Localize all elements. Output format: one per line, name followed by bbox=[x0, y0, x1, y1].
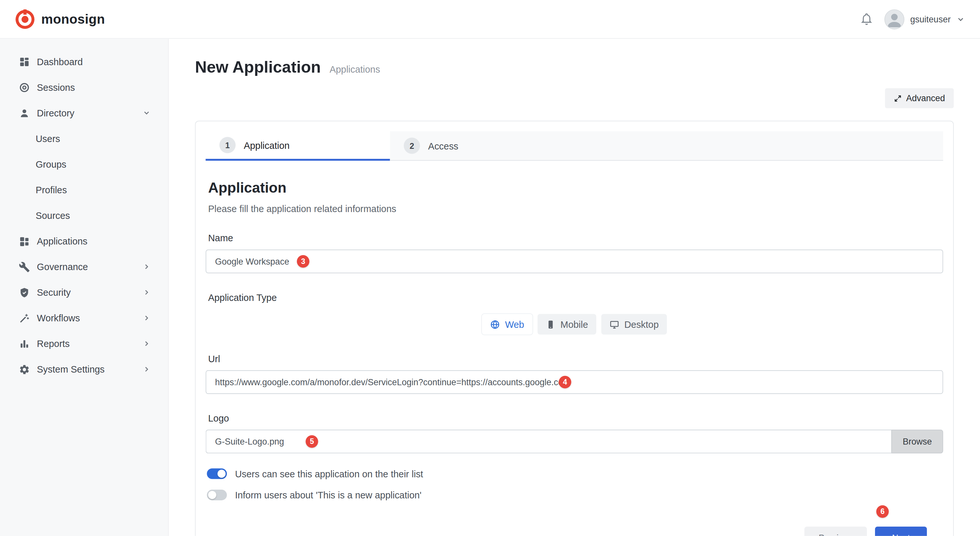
sidebar-item-workflows[interactable]: Workflows bbox=[0, 305, 168, 331]
chevron-right-icon bbox=[143, 340, 151, 348]
url-field-label: Url bbox=[208, 353, 940, 364]
chevron-right-icon bbox=[143, 314, 151, 322]
sidebar: Dashboard Sessions Directory Users Group… bbox=[0, 39, 169, 536]
toggle-label: Users can see this application on the th… bbox=[235, 469, 423, 479]
section-title: Application bbox=[208, 180, 940, 196]
logo-file-input-group: 5 Browse bbox=[206, 430, 943, 453]
users-can-see-toggle[interactable] bbox=[207, 469, 227, 479]
toggle-knob bbox=[218, 469, 226, 478]
sidebar-item-governance[interactable]: Governance bbox=[0, 254, 168, 279]
browse-button[interactable]: Browse bbox=[891, 430, 943, 453]
toggle-row-visibility: Users can see this application on the th… bbox=[206, 469, 943, 479]
type-option-label: Mobile bbox=[560, 319, 588, 330]
sidebar-item-label: Applications bbox=[37, 236, 88, 246]
page-title: New Application bbox=[195, 57, 321, 77]
sidebar-item-label: Dashboard bbox=[37, 56, 83, 67]
toggle-knob bbox=[208, 491, 216, 499]
applications-icon bbox=[19, 235, 30, 247]
sidebar-item-reports[interactable]: Reports bbox=[0, 331, 168, 356]
header-actions: gsuiteuser bbox=[861, 9, 965, 29]
sidebar-item-label: Profiles bbox=[36, 185, 67, 195]
annotation-badge-6: 6 bbox=[876, 505, 889, 518]
sidebar-item-users[interactable]: Users bbox=[0, 126, 168, 152]
sidebar-item-label: Governance bbox=[37, 262, 88, 272]
advanced-button[interactable]: Advanced bbox=[885, 88, 954, 108]
dashboard-icon bbox=[19, 56, 30, 67]
sidebar-item-label: Groups bbox=[36, 159, 67, 169]
wizard-tabs: 1 Application 2 Access bbox=[206, 131, 943, 161]
tab-number: 1 bbox=[220, 137, 235, 153]
annotation-badge-4: 4 bbox=[559, 376, 571, 388]
annotation-badge-3: 3 bbox=[297, 255, 310, 268]
gear-icon bbox=[19, 364, 30, 375]
main-content: New Application Applications Advanced 1 … bbox=[169, 39, 980, 536]
governance-tools-icon bbox=[19, 261, 30, 272]
type-option-label: Desktop bbox=[624, 319, 659, 330]
brand-name: monosign bbox=[41, 12, 105, 27]
sidebar-item-label: Directory bbox=[37, 108, 75, 118]
section-subtitle: Please fill the application related info… bbox=[208, 203, 940, 214]
sidebar-item-profiles[interactable]: Profiles bbox=[0, 177, 168, 203]
sidebar-item-directory[interactable]: Directory bbox=[0, 100, 168, 126]
sidebar-item-dashboard[interactable]: Dashboard bbox=[0, 49, 168, 74]
chevron-right-icon bbox=[143, 263, 151, 271]
tab-label: Access bbox=[428, 140, 458, 151]
wizard-footer: 6 Previous Next bbox=[206, 526, 927, 536]
type-option-mobile[interactable]: Mobile bbox=[537, 314, 596, 335]
tab-label: Application bbox=[244, 140, 290, 150]
user-name: gsuiteuser bbox=[910, 14, 951, 24]
chevron-down-icon bbox=[956, 14, 965, 23]
sidebar-item-sources[interactable]: Sources bbox=[0, 203, 168, 228]
monosign-logo-icon bbox=[15, 9, 35, 29]
application-type-label: Application Type bbox=[208, 292, 940, 303]
annotation-badge-5: 5 bbox=[305, 435, 318, 448]
security-shield-icon bbox=[19, 287, 30, 298]
chevron-right-icon bbox=[143, 365, 151, 373]
sidebar-item-label: Reports bbox=[37, 338, 70, 349]
type-option-web[interactable]: Web bbox=[482, 314, 532, 335]
logo-field-label: Logo bbox=[208, 413, 940, 423]
application-url-input[interactable] bbox=[206, 370, 943, 394]
type-option-desktop[interactable]: Desktop bbox=[601, 314, 667, 335]
application-type-selector: Web Mobile Desktop bbox=[482, 314, 667, 335]
toggle-label: Inform users about 'This is a new applic… bbox=[235, 490, 421, 500]
mobile-icon bbox=[546, 319, 555, 329]
advanced-button-label: Advanced bbox=[906, 93, 945, 103]
name-field-label: Name bbox=[208, 233, 940, 243]
next-button[interactable]: Next bbox=[875, 526, 927, 536]
sidebar-item-system-settings[interactable]: System Settings bbox=[0, 356, 168, 382]
sidebar-item-label: Users bbox=[36, 133, 60, 144]
sidebar-item-groups[interactable]: Groups bbox=[0, 152, 168, 177]
workflows-wand-icon bbox=[19, 312, 30, 324]
user-avatar bbox=[885, 9, 905, 29]
sidebar-item-label: Sources bbox=[36, 210, 70, 221]
sidebar-item-label: Sessions bbox=[37, 82, 75, 93]
notifications-bell-icon[interactable] bbox=[861, 13, 874, 26]
top-header: monosign gsuiteuser bbox=[0, 0, 980, 39]
brand-logo[interactable]: monosign bbox=[15, 9, 105, 29]
sessions-icon bbox=[19, 82, 30, 93]
page-header: New Application Applications bbox=[195, 39, 954, 77]
sidebar-item-applications[interactable]: Applications bbox=[0, 228, 168, 254]
expand-arrows-icon bbox=[894, 94, 902, 102]
tab-application[interactable]: 1 Application bbox=[206, 131, 390, 161]
globe-icon bbox=[490, 319, 500, 329]
user-menu[interactable]: gsuiteuser bbox=[885, 9, 965, 29]
inform-users-toggle[interactable] bbox=[207, 490, 227, 500]
tab-access[interactable]: 2 Access bbox=[390, 131, 943, 161]
application-name-input[interactable] bbox=[206, 250, 943, 273]
sidebar-item-label: Security bbox=[37, 287, 71, 298]
app-root: monosign gsuiteuser bbox=[0, 0, 980, 536]
sidebar-item-security[interactable]: Security bbox=[0, 279, 168, 305]
type-option-label: Web bbox=[505, 319, 524, 330]
chevron-right-icon bbox=[143, 288, 151, 297]
previous-button[interactable]: Previous bbox=[804, 526, 867, 536]
sidebar-item-sessions[interactable]: Sessions bbox=[0, 75, 168, 100]
sidebar-item-label: System Settings bbox=[37, 364, 105, 375]
new-application-card: 1 Application 2 Access Application Pleas… bbox=[195, 121, 954, 536]
avatar-person-icon bbox=[885, 10, 904, 29]
desktop-icon bbox=[609, 319, 619, 329]
directory-person-icon bbox=[19, 107, 30, 119]
reports-bar-chart-icon bbox=[19, 338, 30, 349]
toggle-row-inform: Inform users about 'This is a new applic… bbox=[206, 490, 943, 500]
